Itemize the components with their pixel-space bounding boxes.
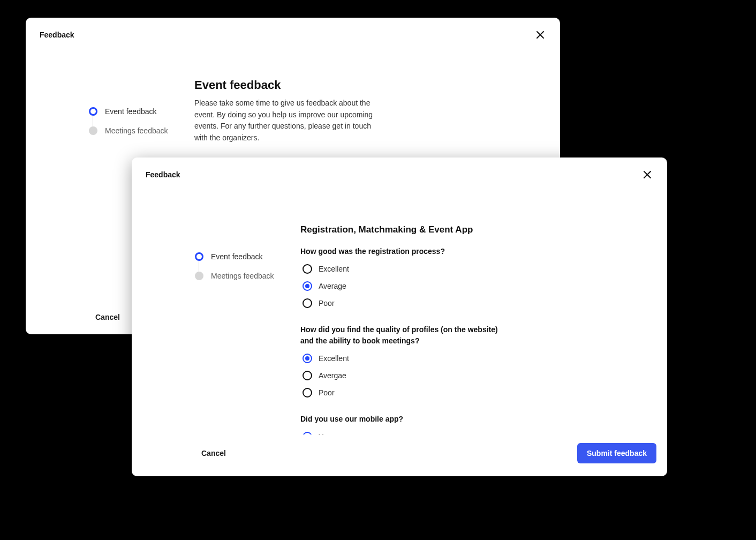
radio-option-average[interactable]: Average: [300, 281, 504, 291]
step-marker-active-icon: [89, 107, 97, 116]
feedback-modal-front: Feedback Event feedback Meetings feedbac…: [132, 158, 667, 476]
radio-label: Avergae: [319, 371, 346, 380]
radio-label: Poor: [319, 299, 335, 308]
radio-group-profiles: Excellent Avergae Poor: [300, 354, 504, 398]
radio-icon: [303, 298, 312, 308]
question-profile-quality: How did you find the quality of profiles…: [300, 324, 504, 346]
step-label: Event feedback: [105, 107, 157, 116]
modal-title: Feedback: [146, 170, 180, 179]
modal-header: Feedback: [132, 158, 667, 187]
radio-checked-icon: [303, 281, 312, 291]
submit-feedback-button[interactable]: Submit feedback: [577, 443, 656, 463]
step-marker-inactive-icon: [89, 126, 97, 135]
radio-option-excellent[interactable]: Excellent: [300, 354, 504, 363]
radio-icon: [303, 371, 312, 380]
question-registration-process: How good was the registration process?: [300, 246, 504, 257]
radio-option-poor[interactable]: Poor: [300, 298, 504, 308]
modal-body: Event feedback Meetings feedback Registr…: [132, 187, 667, 434]
question-mobile-app: Did you use our mobile app?: [300, 414, 504, 424]
step-meetings-feedback[interactable]: Meetings feedback: [89, 126, 194, 135]
step-label: Meetings feedback: [105, 126, 168, 135]
radio-group-registration: Excellent Average Poor: [300, 264, 504, 308]
section-title: Registration, Matchmaking & Event App: [300, 224, 504, 235]
radio-option-poor[interactable]: Poor: [300, 388, 504, 398]
content-area: Registration, Matchmaking & Event App Ho…: [300, 187, 667, 434]
step-connector: [93, 116, 93, 126]
step-event-feedback[interactable]: Event feedback: [195, 252, 300, 261]
step-label: Meetings feedback: [211, 272, 274, 280]
step-label: Event feedback: [211, 252, 263, 261]
cancel-button[interactable]: Cancel: [95, 313, 120, 321]
radio-label: Average: [319, 282, 346, 290]
radio-icon: [303, 388, 312, 398]
modal-title: Feedback: [40, 31, 74, 39]
step-marker-active-icon: [195, 252, 203, 261]
modal-header: Feedback: [26, 18, 560, 47]
radio-label: Excellent: [319, 265, 349, 273]
cancel-button[interactable]: Cancel: [201, 449, 226, 458]
radio-option-excellent[interactable]: Excellent: [300, 264, 504, 274]
radio-option-avergae[interactable]: Avergae: [300, 371, 504, 380]
steps-sidebar: Event feedback Meetings feedback: [132, 187, 300, 434]
step-event-feedback[interactable]: Event feedback: [89, 107, 194, 116]
radio-checked-icon: [303, 432, 312, 434]
page-heading: Event feedback: [194, 78, 398, 92]
close-icon[interactable]: [641, 169, 653, 181]
intro-text: Please take some time to give us feedbac…: [194, 98, 376, 144]
step-meetings-feedback[interactable]: Meetings feedback: [195, 272, 300, 280]
radio-checked-icon: [303, 354, 312, 363]
step-marker-inactive-icon: [195, 272, 203, 280]
close-icon[interactable]: [534, 29, 546, 41]
modal-footer: Cancel Submit feedback: [132, 434, 667, 476]
step-connector: [199, 261, 199, 272]
radio-icon: [303, 264, 312, 274]
radio-label: Excellent: [319, 354, 349, 363]
radio-label: Poor: [319, 388, 335, 397]
